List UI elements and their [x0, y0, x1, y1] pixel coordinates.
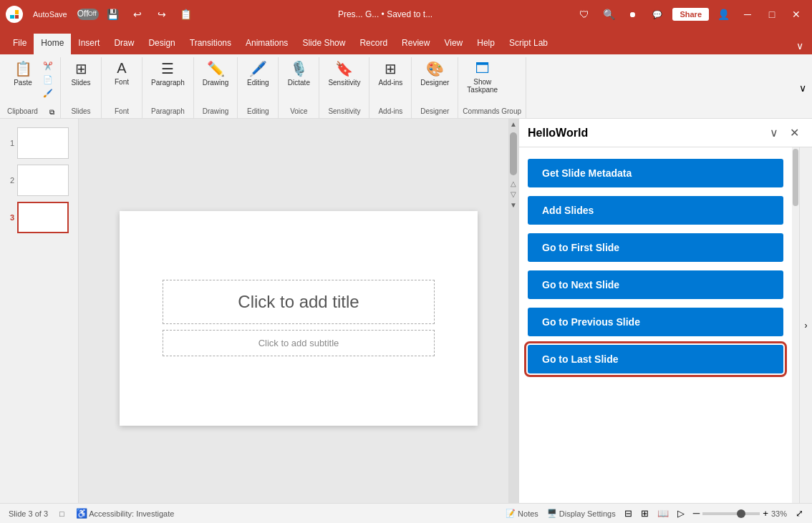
tab-file[interactable]: File: [6, 34, 34, 54]
addins-button[interactable]: ⊞ Add-ins: [374, 57, 407, 106]
zoom-out-button[interactable]: ─: [693, 508, 700, 519]
autosave-toggle[interactable]: Off: [77, 9, 99, 20]
save-button[interactable]: 💾: [103, 4, 123, 24]
ribbon-collapse-button[interactable]: ∨: [796, 79, 809, 97]
svg-rect-2: [10, 15, 14, 19]
clipboard-expand-button[interactable]: ⧉: [48, 107, 56, 118]
copy-button[interactable]: 📄: [40, 74, 56, 86]
statusbar-right: 📝 Notes 🖥️ Display Settings ⊟ ⊞ 📖 ▷ ─ + …: [506, 508, 803, 519]
tab-slideshow[interactable]: Slide Show: [295, 34, 352, 54]
task-pane-header: HelloWorld ∨ ✕: [519, 119, 812, 147]
close-button[interactable]: ✕: [786, 4, 806, 24]
task-pane-close-button[interactable]: ✕: [786, 124, 803, 141]
zoom-slider[interactable]: [702, 512, 760, 515]
slide-thumb-3[interactable]: [17, 202, 69, 233]
dictate-button[interactable]: 🎙️ Dictate: [283, 57, 314, 106]
sensitivity-label: Sensitivity: [328, 79, 360, 87]
tab-help[interactable]: Help: [470, 34, 502, 54]
task-pane-collapse-button[interactable]: ∨: [765, 124, 783, 141]
zoom-slider-thumb[interactable]: [737, 509, 745, 518]
share-button[interactable]: Share: [672, 8, 709, 21]
go-to-next-slide-button[interactable]: Go to Next Slide: [528, 270, 783, 299]
scroll-thumb[interactable]: [510, 132, 517, 175]
show-taskpane-button[interactable]: 🗖 Show Taskpane: [463, 57, 502, 106]
font-button[interactable]: A Font: [106, 57, 137, 106]
task-pane-scrollbar[interactable]: [792, 147, 799, 503]
scroll-down-button[interactable]: ▼: [508, 200, 518, 210]
accessibility-label: ♿ Accessibility: Investigate: [76, 508, 175, 519]
display-icon: 🖥️: [547, 509, 557, 518]
profile-button[interactable]: 👤: [713, 4, 733, 24]
slide-canvas[interactable]: Click to add title Click to add subtitle: [120, 211, 478, 426]
addins-group-label: Add-ins: [374, 106, 407, 118]
slide-subtitle-box[interactable]: Click to add subtitle: [163, 330, 435, 356]
go-to-previous-slide-button[interactable]: Go to Previous Slide: [528, 308, 783, 336]
presentation-view-button[interactable]: ▷: [677, 508, 685, 519]
canvas-vertical-scrollbar[interactable]: ▲ △ ▽ ▼: [508, 119, 518, 503]
search-button[interactable]: 🔍: [599, 4, 619, 24]
tab-home[interactable]: Home: [34, 34, 71, 54]
tab-insert[interactable]: Insert: [71, 34, 107, 54]
maximize-button[interactable]: □: [762, 4, 782, 24]
record-btn[interactable]: ⏺: [623, 7, 642, 21]
slide-thumbnail-2[interactable]: 2: [0, 162, 78, 199]
designer-icon: 🎨: [426, 60, 444, 77]
paste-icon: 📋: [14, 60, 32, 77]
display-settings-button[interactable]: 🖥️ Display Settings: [547, 509, 616, 518]
tab-scriptlab[interactable]: Script Lab: [502, 34, 555, 54]
accessibility-icon: ♿: [76, 508, 87, 519]
normal-view-button[interactable]: ⊟: [624, 508, 632, 519]
scroll-nav-down[interactable]: ▽: [509, 189, 518, 200]
ribbon-expand-button[interactable]: ∨: [793, 37, 806, 54]
tab-review[interactable]: Review: [395, 34, 437, 54]
slide-title-box[interactable]: Click to add title: [163, 280, 435, 324]
go-to-last-slide-button[interactable]: Go to Last Slide: [528, 345, 783, 373]
go-to-first-slide-button[interactable]: Go to First Slide: [528, 233, 783, 262]
drawing-button[interactable]: ✏️ Drawing: [198, 57, 233, 106]
get-slide-metadata-button[interactable]: Get Slide Metadata: [528, 159, 783, 187]
fit-to-window-button[interactable]: ⤢: [796, 508, 803, 519]
comments-btn[interactable]: 💬: [647, 7, 668, 22]
collapse-tab[interactable]: ›: [799, 147, 812, 503]
autosave-label: AutoSave: [27, 7, 73, 21]
taskpane-icon: 🗖: [475, 60, 490, 77]
minimize-button[interactable]: ─: [738, 4, 758, 24]
paste-button[interactable]: 📋 Paste: [7, 57, 39, 106]
scroll-nav-up[interactable]: △: [509, 178, 518, 189]
customize-button[interactable]: 📋: [176, 4, 196, 24]
undo-button[interactable]: ↩: [127, 4, 148, 24]
paragraph-button[interactable]: ☰ Paragraph: [147, 57, 189, 106]
task-pane-scroll-thumb[interactable]: [793, 149, 798, 206]
tab-design[interactable]: Design: [141, 34, 182, 54]
collapse-chevron-icon: ›: [805, 321, 808, 331]
scroll-up-button[interactable]: ▲: [508, 119, 518, 129]
tab-record[interactable]: Record: [352, 34, 395, 54]
tab-draw[interactable]: Draw: [107, 34, 141, 54]
notes-button[interactable]: 📝 Notes: [506, 509, 538, 518]
slides-button[interactable]: ⊞ Slides: [65, 57, 97, 106]
redo-button[interactable]: ↪: [152, 4, 172, 24]
tab-animations[interactable]: Animations: [238, 34, 295, 54]
fit-slide-button[interactable]: □: [59, 509, 64, 518]
tab-transitions[interactable]: Transitions: [183, 34, 238, 54]
designer-button[interactable]: 🎨 Designer: [416, 57, 453, 106]
paste-label: Paste: [14, 79, 32, 87]
add-slides-button[interactable]: Add Slides: [528, 196, 783, 225]
editing-button[interactable]: 🖊️ Editing: [242, 57, 274, 106]
slide-thumbnail-1[interactable]: 1: [0, 124, 78, 162]
slide-thumb-2[interactable]: [17, 165, 69, 196]
voice-group: 🎙️ Dictate Voice: [279, 57, 319, 118]
slide-thumbnail-3[interactable]: 3: [0, 199, 78, 236]
tab-view[interactable]: View: [437, 34, 470, 54]
designer-label: Designer: [420, 79, 449, 87]
ribbon-right: ∨: [796, 57, 809, 118]
shield-icon-btn[interactable]: 🛡: [574, 4, 594, 24]
slide-thumb-1[interactable]: [17, 127, 69, 159]
sensitivity-button[interactable]: 🔖 Sensitivity: [324, 57, 364, 106]
zoom-in-button[interactable]: +: [763, 508, 768, 519]
format-painter-button[interactable]: 🖌️: [40, 87, 56, 99]
zoom-level: 33%: [771, 509, 787, 518]
reading-view-button[interactable]: 📖: [657, 508, 669, 519]
slide-sorter-button[interactable]: ⊞: [641, 508, 649, 519]
cut-button[interactable]: ✂️: [40, 60, 56, 72]
